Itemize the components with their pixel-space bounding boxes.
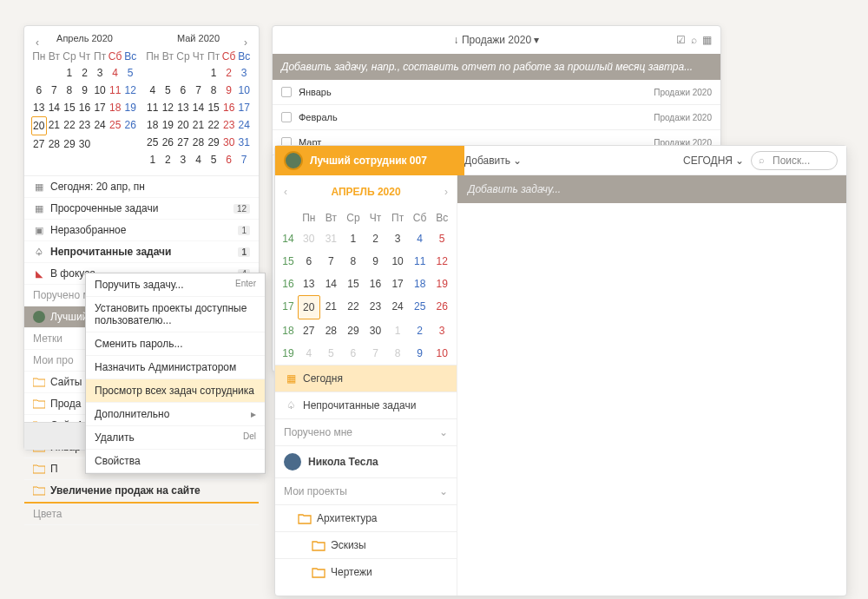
project-title[interactable]: Продажи 2020: [462, 34, 531, 46]
cal-day[interactable]: 15: [206, 99, 221, 116]
cal-day[interactable]: 1: [342, 227, 365, 250]
cal-day[interactable]: 21: [320, 295, 343, 319]
next-month-icon[interactable]: ›: [444, 186, 448, 198]
cal-day[interactable]: 3: [175, 151, 191, 168]
ctx-props[interactable]: Свойства: [86, 450, 265, 473]
cal-day[interactable]: 5: [206, 151, 221, 168]
cal-day[interactable]: 14: [47, 99, 62, 116]
cal-day[interactable]: 7: [236, 151, 252, 168]
cal-day[interactable]: 15: [342, 273, 365, 295]
ctx-more[interactable]: Дополнительно▸: [86, 403, 265, 426]
sort-icon[interactable]: ↓: [454, 34, 459, 46]
cal-day[interactable]: 3: [386, 227, 409, 250]
cal-day[interactable]: 25: [145, 134, 161, 151]
cal-day[interactable]: 3: [431, 319, 453, 342]
cal-day[interactable]: 27: [298, 319, 320, 342]
cal-day[interactable]: 19: [122, 99, 138, 116]
cal-day[interactable]: 28: [47, 135, 62, 153]
cal-day[interactable]: 18: [108, 99, 123, 116]
cal-day[interactable]: 7: [47, 82, 62, 99]
cal-day[interactable]: 27: [31, 135, 47, 153]
cal-day[interactable]: 8: [206, 82, 221, 99]
cal-day[interactable]: 3: [236, 64, 252, 82]
cal-day[interactable]: 23: [365, 295, 387, 319]
cal-day[interactable]: 6: [31, 82, 47, 99]
ctx-delete[interactable]: УдалитьDel: [86, 426, 265, 450]
checkbox[interactable]: [281, 112, 292, 122]
cal-day[interactable]: 20: [31, 116, 47, 135]
cal-day[interactable]: 11: [108, 82, 123, 99]
add-task-input[interactable]: Добавить задачу, напр., составить отчет …: [273, 54, 720, 80]
cal-day[interactable]: 5: [431, 227, 453, 250]
cal-day[interactable]: 2: [161, 151, 176, 168]
cal-day[interactable]: 15: [62, 99, 77, 116]
cal-day[interactable]: 20: [175, 116, 191, 134]
task-row[interactable]: ФевральПродажи 2020: [273, 105, 720, 130]
cal-day[interactable]: 12: [431, 250, 453, 273]
cal-day[interactable]: 4: [108, 64, 123, 82]
overdue-row[interactable]: ▦Просроченные задачи12: [24, 198, 259, 220]
cal-day[interactable]: 25: [108, 116, 123, 135]
cal-day[interactable]: 21: [47, 116, 62, 135]
cal-day[interactable]: 25: [409, 295, 431, 319]
cal-day[interactable]: 9: [365, 250, 387, 273]
folder-arch[interactable]: Архитектура: [275, 504, 457, 531]
cal-day[interactable]: [175, 64, 191, 82]
cal-day[interactable]: 13: [31, 99, 47, 116]
checkbox[interactable]: [281, 87, 292, 97]
cal-day[interactable]: 14: [320, 273, 343, 295]
unread-row[interactable]: ♤Непрочитанные задачи1: [24, 241, 259, 263]
cal-day[interactable]: 3: [92, 64, 108, 82]
cal-day[interactable]: 28: [191, 134, 207, 151]
cal-day[interactable]: 14: [191, 99, 207, 116]
tesla-row[interactable]: Никола Тесла: [275, 445, 457, 477]
cal-day[interactable]: 26: [122, 116, 138, 135]
unread-section[interactable]: ♤Непрочитанные задачи: [275, 392, 457, 418]
cal-day[interactable]: 2: [409, 319, 431, 342]
ctx-viewall[interactable]: Просмотр всех задач сотрудника: [86, 379, 265, 403]
cal-day[interactable]: 4: [298, 342, 320, 365]
cal-day[interactable]: 31: [320, 227, 343, 250]
cal-day[interactable]: 9: [221, 82, 237, 99]
myproj-section[interactable]: Мои проекты⌄: [275, 477, 457, 504]
cal-day[interactable]: 8: [342, 250, 365, 273]
cal-day[interactable]: 24: [236, 116, 252, 134]
assigned-section[interactable]: Поручено мне⌄: [275, 418, 457, 445]
cal-day[interactable]: 30: [221, 134, 237, 151]
unsorted-row[interactable]: ▣Неразобранное1: [24, 220, 259, 241]
cal-day[interactable]: 9: [409, 342, 431, 365]
search-input[interactable]: Поиск...: [751, 151, 838, 170]
cal-day[interactable]: 29: [62, 135, 77, 153]
prev-month-icon[interactable]: ‹: [30, 36, 45, 49]
cal-day[interactable]: 11: [409, 250, 431, 273]
cal-day[interactable]: 26: [161, 134, 176, 151]
cal-day[interactable]: 7: [191, 82, 207, 99]
folder-draw[interactable]: Чертежи: [275, 558, 457, 585]
cal-day[interactable]: 5: [122, 64, 138, 82]
cal-day[interactable]: 18: [409, 273, 431, 295]
cal-day[interactable]: 27: [175, 134, 191, 151]
cal-day[interactable]: [47, 64, 62, 82]
cal-day[interactable]: [191, 64, 207, 82]
cal-day[interactable]: 16: [365, 273, 387, 295]
cal-day[interactable]: [92, 135, 108, 153]
cal-day[interactable]: 29: [342, 319, 365, 342]
cal-day[interactable]: [108, 135, 123, 153]
cal-day[interactable]: 20: [298, 295, 320, 319]
task-row[interactable]: ЯнварьПродажи 2020: [273, 80, 720, 105]
prev-month-icon[interactable]: ‹: [284, 186, 287, 198]
cal-day[interactable]: 29: [206, 134, 221, 151]
cal-day[interactable]: 23: [77, 116, 93, 135]
cal-day[interactable]: 10: [386, 250, 409, 273]
cal-day[interactable]: 5: [320, 342, 343, 365]
folder-increase[interactable]: Увеличение продаж на сайте: [24, 480, 259, 502]
cal-day[interactable]: 30: [77, 135, 93, 153]
cal-day[interactable]: 8: [62, 82, 77, 99]
cal-day[interactable]: 18: [145, 116, 161, 134]
cal-day[interactable]: [122, 135, 138, 153]
cal-day[interactable]: 9: [77, 82, 93, 99]
cal-day[interactable]: 1: [206, 64, 221, 82]
cal-day[interactable]: 21: [191, 116, 207, 134]
dropdown-icon[interactable]: ▾: [534, 34, 539, 46]
cal-day[interactable]: 1: [386, 319, 409, 342]
